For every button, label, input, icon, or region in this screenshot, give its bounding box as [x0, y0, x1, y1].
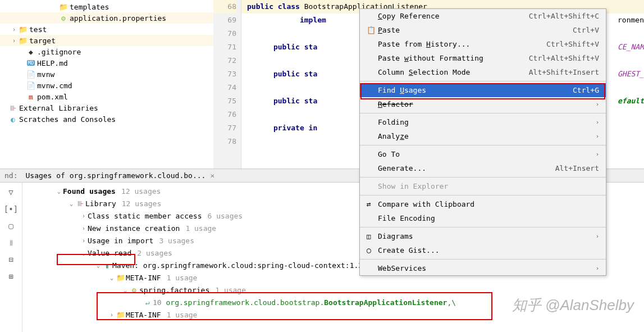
usage-label: Usage in import	[88, 237, 153, 245]
line-number: 72	[213, 54, 236, 67]
tree-item[interactable]: ⚙application.properties	[0, 12, 213, 24]
file-icon: 📄	[26, 81, 36, 90]
expand-arrow-icon[interactable]: ⌄	[108, 275, 116, 281]
code-fragment: ronmen	[618, 13, 644, 27]
menu-item-diagrams[interactable]: ◫Diagrams›	[360, 229, 606, 243]
menu-shortcut: Ctrl+V	[573, 26, 599, 34]
usage-count: 3 usages	[153, 237, 194, 245]
tree-item[interactable]: MDHELP.md	[0, 57, 213, 69]
menu-item-paste[interactable]: 📋PasteCtrl+V	[360, 23, 606, 37]
line-number: 78	[213, 135, 236, 148]
usage-count: 12 usages	[116, 187, 161, 195]
menu-shortcut: Ctrl+Alt+Shift+V	[529, 54, 599, 62]
filter-button[interactable]: ▽	[5, 186, 17, 198]
tree-item[interactable]: ⊪External Libraries	[0, 102, 213, 113]
tree-item[interactable]: 📄mvnw	[0, 69, 213, 80]
submenu-arrow-icon: ›	[591, 151, 599, 157]
line-number: 77	[213, 121, 236, 135]
menu-separator	[360, 195, 606, 195]
menu-separator	[360, 145, 606, 145]
menu-item-generate[interactable]: Generate...Alt+Insert	[360, 161, 606, 175]
expand-button[interactable]: ⊞	[5, 270, 17, 283]
expand-arrow-icon[interactable]: ›	[108, 312, 116, 318]
expand-arrow-icon[interactable]: ⌄	[80, 250, 88, 256]
menu-label: Paste without Formatting	[378, 54, 529, 62]
tree-item[interactable]: ›📁target	[0, 35, 213, 46]
tree-item[interactable]: 📁templates	[0, 1, 213, 12]
close-icon[interactable]: ×	[205, 171, 219, 180]
usage-count: 2 usages	[131, 249, 172, 257]
menu-item-column-selection-mode[interactable]: Column Selection ModeAlt+Shift+Insert	[360, 65, 606, 79]
lib-icon: ⊪	[8, 104, 18, 112]
usage-row[interactable]: ↵10 org.springframework.cloud.bootstrap.…	[22, 296, 644, 308]
expand-arrow-icon[interactable]: ⌄	[121, 287, 129, 293]
tree-item[interactable]: ›📁test	[0, 24, 213, 35]
menu-item-find-usages[interactable]: Find UsagesCtrl+G	[360, 83, 606, 97]
columns-button[interactable]: ⫴	[5, 237, 17, 249]
menu-item-refactor[interactable]: Refactor›	[360, 97, 606, 111]
folder-icon: 📁	[18, 25, 28, 34]
folder-icon: 📁	[116, 311, 126, 319]
menu-shortcut: Ctrl+Alt+Shift+C	[529, 12, 599, 20]
usage-row[interactable]: ›📁META-INF1 usage	[22, 308, 644, 321]
menu-label: Find Usages	[378, 86, 573, 94]
tree-item[interactable]: 📄mvnw.cmd	[0, 80, 213, 91]
expand-arrow-icon[interactable]: ›	[80, 225, 88, 231]
menu-item-analyze[interactable]: Analyze›	[360, 129, 606, 143]
code-fragment: efault	[618, 94, 644, 108]
project-tree: 📁templates⚙application.properties›📁test›…	[0, 0, 213, 169]
menu-label: Folding	[378, 118, 591, 126]
usage-count: 1 usage	[161, 274, 198, 282]
menu-item-paste-from-history[interactable]: Paste from History...Ctrl+Shift+V	[360, 37, 606, 51]
tree-item[interactable]: mpom.xml	[0, 91, 213, 102]
square-button[interactable]: ▢	[5, 220, 17, 232]
submenu-arrow-icon: ›	[591, 265, 599, 271]
line-number: 71	[213, 40, 236, 54]
menu-item-paste-without-formatting[interactable]: Paste without FormattingCtrl+Alt+Shift+V	[360, 51, 606, 65]
expand-arrow-icon[interactable]: ⌄	[94, 262, 102, 269]
menu-item-go-to[interactable]: Go To›	[360, 147, 606, 161]
menu-item-create-gist[interactable]: ◯Create Gist...	[360, 243, 606, 257]
line-number: 75	[213, 94, 236, 108]
props-icon: ⚙	[58, 14, 68, 22]
usage-label: Library	[85, 199, 116, 208]
collapse-button[interactable]: ⊟	[5, 253, 17, 266]
tree-item-label: mvnw	[36, 70, 54, 79]
expand-arrow-icon[interactable]: ›	[10, 26, 18, 33]
line-number: 69	[213, 13, 236, 27]
menu-separator	[360, 259, 606, 260]
menu-item-compare-with-clipboard[interactable]: ⇄Compare with Clipboard	[360, 197, 606, 211]
brackets-button[interactable]: [•]	[5, 203, 17, 215]
lib-icon: ⊪	[75, 199, 85, 208]
expand-arrow-icon[interactable]: ›	[80, 213, 88, 219]
expand-arrow-icon[interactable]: ⌄	[55, 188, 63, 194]
expand-arrow-icon[interactable]: ⌄	[67, 201, 75, 207]
usage-row[interactable]: ⌄⚙spring.factories1 usage	[22, 284, 644, 296]
folder-icon: 📁	[116, 274, 126, 282]
tree-item[interactable]: ◆.gitignore	[0, 46, 213, 57]
menu-label: Create Gist...	[378, 246, 599, 254]
menu-item-copy-reference[interactable]: Copy ReferenceCtrl+Alt+Shift+C	[360, 9, 606, 23]
expand-arrow-icon[interactable]: ›	[10, 38, 18, 44]
tree-item[interactable]: ◐Scratches and Consoles	[0, 113, 213, 125]
menu-label: Generate...	[378, 164, 555, 172]
menu-item-show-in-explorer: Show in Explorer	[360, 179, 606, 193]
usage-label: META-INF	[126, 274, 161, 282]
menu-label: File Encoding	[378, 214, 599, 222]
usage-count: 12 usages	[116, 199, 161, 208]
menu-label: Paste from History...	[378, 40, 546, 48]
menu-separator	[360, 177, 606, 178]
maven-icon: m	[26, 93, 36, 101]
menu-item-webservices[interactable]: WebServices›	[360, 261, 606, 275]
menu-label: Refactor	[378, 100, 591, 108]
menu-label: WebServices	[378, 264, 591, 272]
menu-item-file-encoding[interactable]: File Encoding	[360, 211, 606, 225]
tree-item-label: templates	[68, 3, 109, 11]
tree-item-label: Scratches and Consoles	[18, 115, 116, 124]
menu-item-folding[interactable]: Folding›	[360, 115, 606, 129]
code-fragment: CE_NAM	[618, 40, 644, 54]
submenu-arrow-icon: ›	[591, 119, 599, 125]
usage-label: Found usages	[63, 187, 116, 195]
find-header-title[interactable]: Usages of org.springframework.cloud.bo..…	[25, 171, 205, 180]
expand-arrow-icon[interactable]: ›	[80, 238, 88, 244]
